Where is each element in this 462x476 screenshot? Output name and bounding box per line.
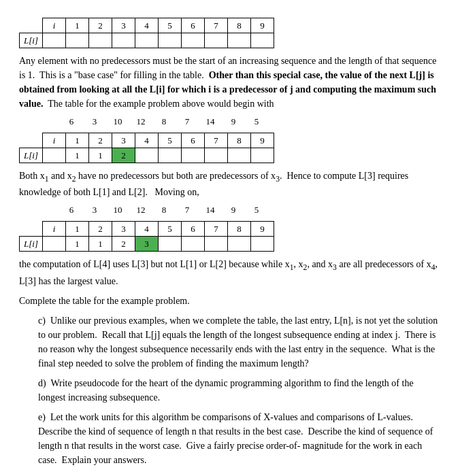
t2-h-1: 1 xyxy=(66,133,89,148)
seq1-n3: 10 xyxy=(106,116,129,127)
t2-h-7: 7 xyxy=(205,133,228,148)
t2-r-6 xyxy=(182,148,205,163)
t1-r-4 xyxy=(135,33,159,48)
table2-container: i 1 2 3 4 5 6 7 8 9 L[i] 1 1 2 xyxy=(19,133,443,163)
t2-r-5 xyxy=(159,148,182,163)
t2-empty xyxy=(20,133,43,148)
seq2-n6: 7 xyxy=(176,205,199,216)
t1-r-8 xyxy=(228,33,251,48)
t2-r-blank xyxy=(43,148,66,163)
seq2-n9: 5 xyxy=(245,205,268,216)
t3-row-label: L[i] xyxy=(20,237,43,252)
table3-container: i 1 2 3 4 5 6 7 8 9 L[i] 1 1 2 3 xyxy=(19,221,443,252)
t1-h-7: 7 xyxy=(205,18,228,33)
table2: i 1 2 3 4 5 6 7 8 9 L[i] 1 1 2 xyxy=(19,133,274,163)
t3-r-8 xyxy=(228,237,251,252)
t3-h-3: 3 xyxy=(112,222,135,237)
table1: i 1 2 3 4 5 6 7 8 9 L[i] xyxy=(19,18,274,48)
paragraph-5: c) Unlike our previous examples, when we… xyxy=(38,313,443,371)
t3-empty xyxy=(20,222,43,237)
t1-r-9 xyxy=(251,33,274,48)
seq1-n1: 6 xyxy=(60,116,83,127)
seq1-n7: 14 xyxy=(199,116,222,127)
t1-h-9: 9 xyxy=(251,18,274,33)
t3-h-2: 2 xyxy=(89,222,112,237)
t3-h-6: 6 xyxy=(182,222,205,237)
seq2-n2: 3 xyxy=(83,205,106,216)
t1-r-3 xyxy=(112,33,135,48)
t2-h-6: 6 xyxy=(182,133,205,148)
t3-r-blank xyxy=(43,237,66,252)
paragraph-2: Both x1 and x2 have no predecessors but … xyxy=(19,169,443,199)
paragraph-4: Complete the table for the example probl… xyxy=(19,294,443,308)
t1-h-4: 4 xyxy=(135,18,159,33)
t3-r-2: 1 xyxy=(89,237,112,252)
t1-row-label: L[i] xyxy=(20,33,43,48)
t3-r-4: 3 xyxy=(135,237,159,252)
t2-r-2: 1 xyxy=(89,148,112,163)
t3-h-8: 8 xyxy=(228,222,251,237)
t1-r-7 xyxy=(205,33,228,48)
table1-container: i 1 2 3 4 5 6 7 8 9 L[i] xyxy=(19,18,443,48)
t2-h-9: 9 xyxy=(251,133,274,148)
t1-r-blank xyxy=(43,33,66,48)
t1-h-i: i xyxy=(43,18,66,33)
t3-r-3: 2 xyxy=(112,237,135,252)
paragraph-1: Any element with no predecessors must be… xyxy=(19,54,443,111)
seq1-n5: 8 xyxy=(152,116,176,127)
t3-r-6 xyxy=(182,237,205,252)
t2-h-3: 3 xyxy=(112,133,135,148)
sequence-row-1: 6 3 10 12 8 7 14 9 5 xyxy=(60,116,443,127)
t2-h-8: 8 xyxy=(228,133,251,148)
seq2-n7: 14 xyxy=(199,205,222,216)
t2-r-4 xyxy=(135,148,159,163)
t1-h-6: 6 xyxy=(182,18,205,33)
seq1-n9: 5 xyxy=(245,116,268,127)
t1-empty xyxy=(20,18,43,33)
t2-r-9 xyxy=(251,148,274,163)
t2-r-8 xyxy=(228,148,251,163)
t2-h-i: i xyxy=(43,133,66,148)
paragraph-3: the computation of L[4] uses L[3] but no… xyxy=(19,257,443,288)
t3-h-7: 7 xyxy=(205,222,228,237)
t2-r-7 xyxy=(205,148,228,163)
t1-h-8: 8 xyxy=(228,18,251,33)
seq2-n1: 6 xyxy=(60,205,83,216)
t3-r-1: 1 xyxy=(66,237,89,252)
t3-r-7 xyxy=(205,237,228,252)
t2-r-3: 2 xyxy=(112,148,135,163)
t2-h-5: 5 xyxy=(159,133,182,148)
t1-r-6 xyxy=(182,33,205,48)
t3-r-9 xyxy=(251,237,274,252)
t2-row-label: L[i] xyxy=(20,148,43,163)
t3-r-5 xyxy=(159,237,182,252)
t1-h-3: 3 xyxy=(112,18,135,33)
t1-h-1: 1 xyxy=(66,18,89,33)
t3-h-1: 1 xyxy=(66,222,89,237)
seq2-n5: 8 xyxy=(152,205,176,216)
seq1-n2: 3 xyxy=(83,116,106,127)
paragraph-6: d) Write pseudocode for the heart of the… xyxy=(38,376,443,405)
t1-r-2 xyxy=(89,33,112,48)
t3-h-i: i xyxy=(43,222,66,237)
paragraph-7: e) Let the work units for this algorithm… xyxy=(38,410,443,467)
t1-h-5: 5 xyxy=(159,18,182,33)
t2-h-2: 2 xyxy=(89,133,112,148)
sequence-row-2: 6 3 10 12 8 7 14 9 5 xyxy=(60,205,443,216)
seq1-n8: 9 xyxy=(222,116,245,127)
seq2-n8: 9 xyxy=(222,205,245,216)
seq2-n4: 12 xyxy=(129,205,152,216)
t3-h-4: 4 xyxy=(135,222,159,237)
t1-h-2: 2 xyxy=(89,18,112,33)
t2-r-1: 1 xyxy=(66,148,89,163)
seq1-n4: 12 xyxy=(129,116,152,127)
seq2-n3: 10 xyxy=(106,205,129,216)
seq1-n6: 7 xyxy=(176,116,199,127)
t2-h-4: 4 xyxy=(135,133,159,148)
t3-h-5: 5 xyxy=(159,222,182,237)
t1-r-5 xyxy=(159,33,182,48)
t1-r-1 xyxy=(66,33,89,48)
table3: i 1 2 3 4 5 6 7 8 9 L[i] 1 1 2 3 xyxy=(19,221,274,252)
t3-h-9: 9 xyxy=(251,222,274,237)
